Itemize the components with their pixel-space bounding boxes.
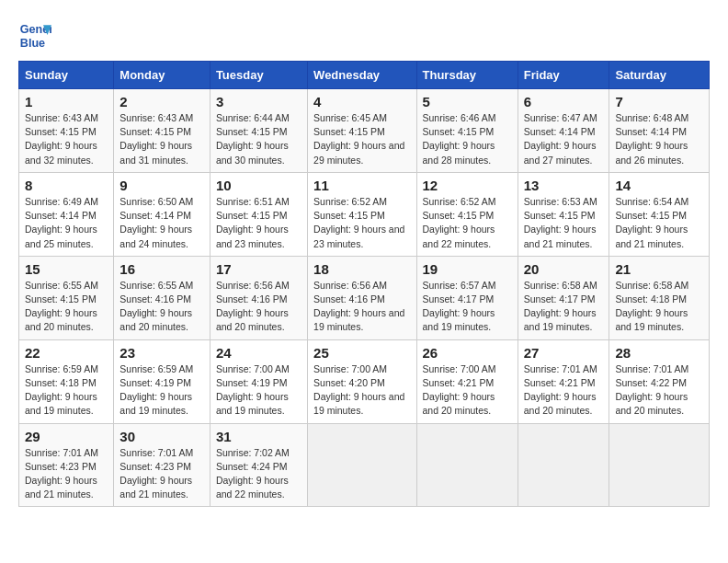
calendar-cell: 31 Sunrise: 7:02 AMSunset: 4:24 PMDaylig…	[210, 423, 307, 507]
calendar-cell: 27 Sunrise: 7:01 AMSunset: 4:21 PMDaylig…	[518, 339, 609, 423]
calendar-cell: 13 Sunrise: 6:53 AMSunset: 4:15 PMDaylig…	[518, 172, 609, 256]
calendar-cell: 9 Sunrise: 6:50 AMSunset: 4:14 PMDayligh…	[114, 172, 210, 256]
day-info: Sunrise: 6:57 AMSunset: 4:17 PMDaylight:…	[423, 279, 512, 335]
day-number: 2	[119, 94, 204, 109]
weekday-header-sunday: Sunday	[19, 62, 114, 89]
calendar-cell: 25 Sunrise: 7:00 AMSunset: 4:20 PMDaylig…	[308, 339, 416, 423]
day-number: 13	[524, 178, 604, 193]
weekday-header-monday: Monday	[114, 62, 210, 89]
day-number: 24	[216, 345, 301, 361]
day-info: Sunrise: 6:56 AMSunset: 4:16 PMDaylight:…	[313, 279, 410, 335]
day-number: 12	[423, 178, 512, 193]
calendar-cell: 14 Sunrise: 6:54 AMSunset: 4:15 PMDaylig…	[609, 172, 710, 256]
day-info: Sunrise: 7:02 AMSunset: 4:24 PMDaylight:…	[216, 446, 301, 502]
calendar-cell: 30 Sunrise: 7:01 AMSunset: 4:23 PMDaylig…	[114, 423, 210, 507]
day-number: 27	[524, 345, 604, 361]
day-info: Sunrise: 7:01 AMSunset: 4:23 PMDaylight:…	[119, 446, 204, 502]
header: General Blue	[18, 18, 710, 52]
day-info: Sunrise: 6:46 AMSunset: 4:15 PMDaylight:…	[423, 111, 512, 167]
day-number: 5	[423, 94, 512, 109]
day-info: Sunrise: 6:43 AMSunset: 4:15 PMDaylight:…	[119, 111, 204, 167]
calendar-cell: 16 Sunrise: 6:55 AMSunset: 4:16 PMDaylig…	[114, 256, 210, 339]
day-number: 29	[25, 429, 108, 444]
day-info: Sunrise: 6:55 AMSunset: 4:15 PMDaylight:…	[25, 279, 108, 335]
day-info: Sunrise: 6:58 AMSunset: 4:18 PMDaylight:…	[615, 279, 703, 335]
day-info: Sunrise: 6:48 AMSunset: 4:14 PMDaylight:…	[615, 111, 703, 167]
day-number: 22	[25, 345, 108, 361]
calendar-cell: 21 Sunrise: 6:58 AMSunset: 4:18 PMDaylig…	[609, 256, 710, 339]
calendar-cell: 28 Sunrise: 7:01 AMSunset: 4:22 PMDaylig…	[609, 339, 710, 423]
day-number: 26	[423, 345, 512, 361]
day-info: Sunrise: 7:01 AMSunset: 4:22 PMDaylight:…	[615, 362, 703, 419]
day-number: 15	[25, 261, 108, 277]
day-number: 9	[119, 178, 204, 193]
calendar-cell	[518, 423, 609, 507]
day-info: Sunrise: 6:54 AMSunset: 4:15 PMDaylight:…	[615, 195, 703, 251]
day-info: Sunrise: 6:45 AMSunset: 4:15 PMDaylight:…	[313, 111, 410, 167]
day-info: Sunrise: 6:52 AMSunset: 4:15 PMDaylight:…	[423, 195, 512, 251]
calendar-cell	[609, 423, 710, 507]
calendar-cell: 11 Sunrise: 6:52 AMSunset: 4:15 PMDaylig…	[308, 172, 416, 256]
calendar-cell	[416, 423, 518, 507]
day-info: Sunrise: 6:52 AMSunset: 4:15 PMDaylight:…	[313, 195, 410, 251]
day-info: Sunrise: 7:00 AMSunset: 4:19 PMDaylight:…	[216, 362, 301, 419]
calendar-cell: 29 Sunrise: 7:01 AMSunset: 4:23 PMDaylig…	[19, 423, 114, 507]
day-number: 28	[615, 345, 703, 361]
calendar-cell: 17 Sunrise: 6:56 AMSunset: 4:16 PMDaylig…	[210, 256, 307, 339]
calendar-cell: 15 Sunrise: 6:55 AMSunset: 4:15 PMDaylig…	[19, 256, 114, 339]
day-number: 14	[615, 178, 703, 193]
weekday-header-tuesday: Tuesday	[210, 62, 307, 89]
day-number: 31	[216, 429, 301, 444]
day-number: 4	[313, 94, 410, 109]
calendar-cell: 2 Sunrise: 6:43 AMSunset: 4:15 PMDayligh…	[114, 89, 210, 173]
day-info: Sunrise: 6:59 AMSunset: 4:19 PMDaylight:…	[119, 362, 204, 419]
day-info: Sunrise: 6:50 AMSunset: 4:14 PMDaylight:…	[119, 195, 204, 251]
calendar-cell: 12 Sunrise: 6:52 AMSunset: 4:15 PMDaylig…	[416, 172, 518, 256]
calendar-cell: 26 Sunrise: 7:00 AMSunset: 4:21 PMDaylig…	[416, 339, 518, 423]
day-info: Sunrise: 6:47 AMSunset: 4:14 PMDaylight:…	[524, 111, 604, 167]
day-info: Sunrise: 6:58 AMSunset: 4:17 PMDaylight:…	[524, 279, 604, 335]
day-info: Sunrise: 6:59 AMSunset: 4:18 PMDaylight:…	[25, 362, 108, 419]
calendar-cell: 19 Sunrise: 6:57 AMSunset: 4:17 PMDaylig…	[416, 256, 518, 339]
day-number: 7	[615, 94, 703, 109]
calendar-cell: 10 Sunrise: 6:51 AMSunset: 4:15 PMDaylig…	[210, 172, 307, 256]
day-number: 18	[313, 261, 410, 277]
weekday-header-thursday: Thursday	[416, 62, 518, 89]
day-info: Sunrise: 6:55 AMSunset: 4:16 PMDaylight:…	[119, 279, 204, 335]
calendar-cell: 22 Sunrise: 6:59 AMSunset: 4:18 PMDaylig…	[19, 339, 114, 423]
weekday-header-friday: Friday	[518, 62, 609, 89]
day-info: Sunrise: 6:51 AMSunset: 4:15 PMDaylight:…	[216, 195, 301, 251]
day-number: 30	[119, 429, 204, 444]
weekday-header-wednesday: Wednesday	[308, 62, 416, 89]
calendar-cell: 24 Sunrise: 7:00 AMSunset: 4:19 PMDaylig…	[210, 339, 307, 423]
logo: General Blue	[18, 18, 51, 52]
calendar-table: SundayMondayTuesdayWednesdayThursdayFrid…	[18, 61, 710, 507]
day-info: Sunrise: 6:53 AMSunset: 4:15 PMDaylight:…	[524, 195, 604, 251]
calendar-cell	[308, 423, 416, 507]
calendar-cell: 7 Sunrise: 6:48 AMSunset: 4:14 PMDayligh…	[609, 89, 710, 173]
day-number: 6	[524, 94, 604, 109]
calendar-cell: 4 Sunrise: 6:45 AMSunset: 4:15 PMDayligh…	[308, 89, 416, 173]
calendar-cell: 23 Sunrise: 6:59 AMSunset: 4:19 PMDaylig…	[114, 339, 210, 423]
day-info: Sunrise: 7:01 AMSunset: 4:21 PMDaylight:…	[524, 362, 604, 419]
day-number: 25	[313, 345, 410, 361]
day-info: Sunrise: 6:56 AMSunset: 4:16 PMDaylight:…	[216, 279, 301, 335]
calendar-cell: 6 Sunrise: 6:47 AMSunset: 4:14 PMDayligh…	[518, 89, 609, 173]
day-number: 16	[119, 261, 204, 277]
day-number: 19	[423, 261, 512, 277]
day-number: 11	[313, 178, 410, 193]
svg-text:Blue: Blue	[20, 37, 45, 50]
day-info: Sunrise: 6:49 AMSunset: 4:14 PMDaylight:…	[25, 195, 108, 251]
day-number: 8	[25, 178, 108, 193]
day-number: 3	[216, 94, 301, 109]
day-info: Sunrise: 6:43 AMSunset: 4:15 PMDaylight:…	[25, 111, 108, 167]
calendar-cell: 18 Sunrise: 6:56 AMSunset: 4:16 PMDaylig…	[308, 256, 416, 339]
day-info: Sunrise: 7:00 AMSunset: 4:21 PMDaylight:…	[423, 362, 512, 419]
weekday-header-saturday: Saturday	[609, 62, 710, 89]
calendar-cell: 1 Sunrise: 6:43 AMSunset: 4:15 PMDayligh…	[19, 89, 114, 173]
day-number: 17	[216, 261, 301, 277]
day-number: 10	[216, 178, 301, 193]
calendar-cell: 3 Sunrise: 6:44 AMSunset: 4:15 PMDayligh…	[210, 89, 307, 173]
day-info: Sunrise: 7:00 AMSunset: 4:20 PMDaylight:…	[313, 362, 410, 419]
day-info: Sunrise: 7:01 AMSunset: 4:23 PMDaylight:…	[25, 446, 108, 502]
